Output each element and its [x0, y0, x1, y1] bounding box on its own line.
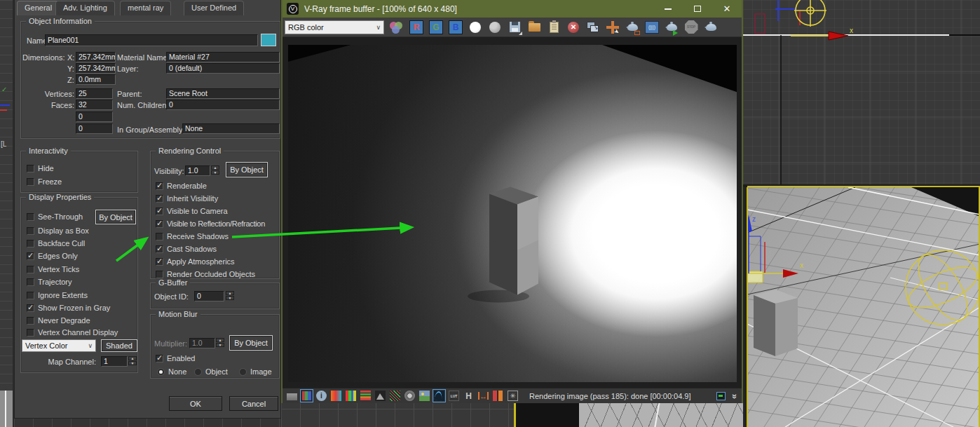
maximize-button[interactable]: [683, 0, 712, 18]
checkbox-show-frozen-in-gray[interactable]: Show Frozen in Gray: [27, 303, 110, 313]
icc-h-icon[interactable]: H: [463, 391, 474, 401]
stop-render-button[interactable]: STOP: [683, 20, 699, 35]
color-curves-icon[interactable]: [390, 391, 400, 401]
visibility-field[interactable]: 1.0: [185, 165, 210, 176]
contrast-icon[interactable]: [493, 391, 503, 401]
radio-icon: [194, 368, 202, 376]
checkbox-backface-cull[interactable]: Backface Cull: [27, 238, 85, 248]
hsl-icon[interactable]: [346, 391, 356, 401]
ok-button[interactable]: OK: [169, 396, 222, 411]
color-levels-icon[interactable]: [360, 391, 371, 401]
mono-circle-icon: [489, 22, 501, 33]
exposure-icon[interactable]: ↔: [478, 392, 489, 400]
object-color-swatch[interactable]: [261, 34, 276, 46]
radio-icon: [157, 368, 165, 376]
motion-blur-by-object-button[interactable]: By Object: [229, 335, 273, 351]
checkbox-icon: [27, 292, 34, 299]
background-image-icon[interactable]: [419, 391, 430, 401]
minimize-button[interactable]: [653, 0, 683, 18]
channel-select[interactable]: RGB color ∨: [285, 20, 384, 34]
close-button[interactable]: ✕: [712, 0, 742, 18]
tab-general[interactable]: General: [17, 1, 60, 15]
radio-object[interactable]: Object: [194, 367, 228, 377]
vertex-color-value: Vertex Color: [25, 341, 68, 350]
checkbox-receive-shadows[interactable]: Receive Shadows: [156, 231, 229, 241]
object-id-spinner[interactable]: ▲▼: [226, 291, 234, 300]
checkbox-visible-to-reflection[interactable]: Visible to Reflection/Refraction: [156, 219, 265, 229]
white-balance-icon[interactable]: [404, 391, 415, 401]
viewport-strip[interactable]: [281, 403, 743, 427]
checkbox-freeze[interactable]: Freeze: [27, 177, 62, 187]
checkbox-icon: [27, 165, 34, 172]
checkbox-edges-only[interactable]: Edges Only: [27, 251, 78, 261]
track-mouse-while-rendering-button[interactable]: [605, 20, 620, 35]
map-channel-field[interactable]: 1: [101, 356, 128, 367]
render-button[interactable]: [703, 20, 719, 35]
checkbox-renderable[interactable]: Renderable: [156, 181, 207, 191]
open-folder-icon[interactable]: [287, 393, 297, 400]
render-last-button[interactable]: [664, 20, 679, 35]
checkbox-hide[interactable]: Hide: [27, 163, 54, 173]
histogram-icon[interactable]: [375, 391, 386, 401]
red-channel-button[interactable]: R: [409, 20, 424, 35]
vertex-color-select[interactable]: Vertex Color ∨: [22, 339, 96, 352]
checkbox-trajectory[interactable]: Trajectory: [27, 277, 72, 287]
multiplier-spinner[interactable]: ▲▼: [216, 338, 224, 347]
copy-to-clipboard-button[interactable]: [546, 20, 562, 35]
render-image[interactable]: [288, 45, 737, 382]
load-image-button[interactable]: [526, 20, 542, 35]
force-color-clamping-icon[interactable]: [331, 391, 341, 401]
double-chevron-icon[interactable]: «: [728, 393, 739, 398]
checkbox-enabled[interactable]: Enabled: [156, 353, 195, 363]
map-channel-spinner[interactable]: ▲▼: [128, 356, 137, 365]
checkbox-visible-to-camera[interactable]: Visible to Camera: [156, 206, 228, 216]
rendering-by-object-button[interactable]: By Object: [226, 162, 268, 177]
alpha-channel-button[interactable]: [468, 20, 483, 35]
radio-none[interactable]: None: [157, 367, 186, 377]
name-field[interactable]: Plane001: [45, 34, 258, 46]
radio-image[interactable]: Image: [239, 367, 272, 377]
right-viewports[interactable]: x: [743, 0, 980, 427]
tab-user-defined[interactable]: User Defined: [184, 1, 244, 15]
visibility-spinner[interactable]: ▲▼: [211, 165, 219, 175]
tab-adv-lighting[interactable]: Adv. Lighting: [55, 1, 115, 15]
cancel-button[interactable]: Cancel: [229, 396, 278, 411]
show-corrections-icon[interactable]: [434, 391, 444, 401]
viewport-strip[interactable]: [14, 419, 281, 427]
corrections-window-icon[interactable]: [716, 392, 726, 400]
checkbox-render-occluded-objects[interactable]: Render Occluded Objects: [156, 269, 255, 279]
checkbox-inherit-visibility[interactable]: Inherit Visibility: [156, 194, 218, 203]
vfb-titlebar[interactable]: V V-Ray frame buffer - [100% of 640 x 48…: [283, 0, 742, 18]
front-viewport[interactable]: x: [743, 0, 980, 184]
green-channel-button[interactable]: G: [428, 20, 444, 35]
checkbox-ignore-extents[interactable]: Ignore Extents: [27, 290, 88, 300]
checkbox-apply-atmospherics[interactable]: Apply Atmospherics: [156, 257, 235, 266]
left-viewport-sliver[interactable]: ✓ [L: [0, 0, 14, 427]
pixel-aspect-icon[interactable]: ✳: [508, 391, 518, 401]
lut-icon[interactable]: LUT: [449, 391, 459, 401]
checkbox-cast-shadows[interactable]: Cast Shadows: [156, 244, 217, 254]
checkbox-display-as-box[interactable]: Display as Box: [27, 226, 89, 236]
checkbox-vertex-channel-display[interactable]: Vertex Channel Display: [27, 327, 118, 337]
shaded-button[interactable]: Shaded: [101, 339, 137, 352]
checkbox-vertex-ticks[interactable]: Vertex Ticks: [27, 264, 79, 274]
compare-images-icon[interactable]: [301, 391, 312, 401]
display-by-object-button[interactable]: By Object: [95, 210, 136, 224]
stamp-button[interactable]: (|||): [644, 20, 660, 35]
save-image-button[interactable]: [507, 20, 522, 35]
object-id-field[interactable]: 0: [194, 291, 224, 301]
duplicate-to-max-frame-buffer-button[interactable]: [585, 20, 601, 35]
clear-image-button[interactable]: ✕: [566, 20, 581, 35]
region-render-button[interactable]: [625, 20, 640, 35]
clipboard-icon: [550, 22, 559, 33]
blue-channel-button[interactable]: B: [448, 20, 463, 35]
tab-mental-ray[interactable]: mental ray: [120, 1, 171, 15]
checkbox-never-degrade[interactable]: Never Degrade: [27, 316, 90, 325]
box-object[interactable]: [754, 290, 798, 356]
image-info-icon[interactable]: i: [316, 391, 327, 401]
layer-label: Layer:: [117, 65, 139, 73]
show-rgb-channels-icon[interactable]: [389, 20, 404, 35]
checkbox-see-through[interactable]: See-Through: [27, 212, 83, 222]
y-label: Y:: [67, 65, 74, 73]
monochromatic-button[interactable]: [487, 20, 503, 35]
